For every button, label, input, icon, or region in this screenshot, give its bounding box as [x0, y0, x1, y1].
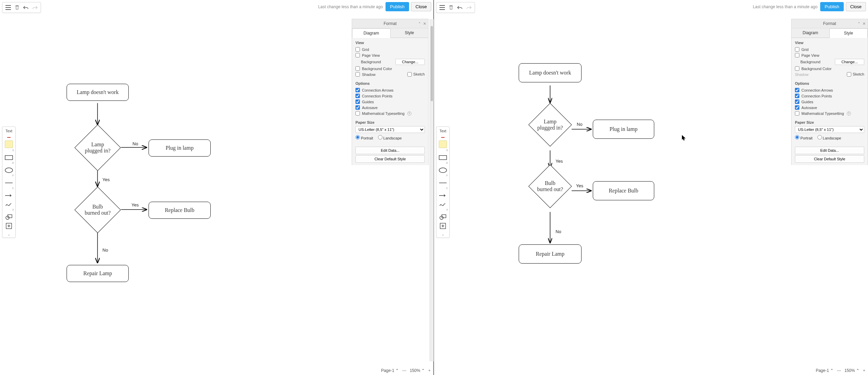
portrait-option[interactable]: Portrait: [355, 135, 373, 140]
shadow-checkbox[interactable]: [355, 72, 360, 77]
change-background-button[interactable]: Change...: [395, 59, 425, 65]
clear-style-button[interactable]: Clear Default Style: [795, 155, 864, 163]
edit-data-button[interactable]: Edit Data...: [355, 147, 425, 154]
page-indicator[interactable]: Page-1 ⌃: [381, 368, 399, 373]
pane-right: Last change less than a minute ago Publi…: [434, 0, 868, 375]
scrollbar-thumb[interactable]: [431, 26, 433, 101]
background-label: Background: [800, 60, 821, 64]
pageview-checkbox[interactable]: [355, 53, 360, 57]
conn-arrows-label: Connection Arrows: [801, 88, 833, 92]
label-yes1: Yes: [102, 177, 110, 182]
sketch-label: Sketch: [853, 72, 864, 77]
tab-style[interactable]: Style: [391, 28, 429, 38]
collapse-icon[interactable]: ⌃: [857, 22, 860, 26]
section-paper: Paper Size US-Letter (8,5" x 11") Portra…: [352, 118, 428, 143]
pageview-label: Page View: [362, 53, 380, 57]
conn-points-checkbox[interactable]: [355, 94, 360, 98]
section-view: View Grid Page View BackgroundChange... …: [792, 38, 868, 79]
vertical-scrollbar[interactable]: [430, 19, 434, 361]
clear-style-button[interactable]: Clear Default Style: [355, 155, 425, 163]
conn-points-checkbox[interactable]: [795, 94, 799, 98]
tab-diagram[interactable]: Diagram: [352, 28, 391, 38]
bgcolor-label: Background Color: [801, 67, 831, 71]
node-plugin[interactable]: Plug in lamp: [593, 120, 654, 139]
math-label: Mathematical Typesetting: [362, 111, 405, 116]
bgcolor-checkbox[interactable]: [795, 66, 799, 71]
node-burned[interactable]: Bulb burned out?: [74, 187, 121, 233]
node-replace[interactable]: Replace Bulb: [149, 202, 211, 219]
sketch-checkbox[interactable]: [407, 72, 412, 77]
zoom-out-icon[interactable]: —: [402, 368, 406, 373]
sketch-checkbox[interactable]: [847, 72, 851, 77]
label-yes1: Yes: [556, 159, 563, 164]
pageview-checkbox[interactable]: [795, 53, 799, 57]
node-burned-text: Bulb burned out?: [85, 204, 111, 216]
tab-diagram[interactable]: Diagram: [792, 28, 829, 38]
collapse-icon[interactable]: ⌃: [418, 22, 421, 26]
close-panel-icon[interactable]: ✕: [863, 22, 866, 26]
section-paper: Paper Size US-Letter (8,5" x 11") Portra…: [792, 118, 868, 143]
autosave-checkbox[interactable]: [355, 105, 360, 110]
shadow-label: Shadow: [795, 72, 809, 77]
zoom-out-icon[interactable]: —: [837, 368, 841, 373]
label-yes2: Yes: [576, 183, 583, 188]
node-replace[interactable]: Replace Bulb: [593, 181, 654, 200]
help-icon[interactable]: ?: [847, 111, 851, 116]
node-repair-text: Repair Lamp: [83, 270, 112, 277]
landscape-option[interactable]: Landscape: [817, 135, 841, 140]
zoom-in-icon[interactable]: +: [863, 368, 865, 373]
node-repair[interactable]: Repair Lamp: [519, 244, 582, 264]
background-label: Background: [361, 60, 381, 64]
node-plugged-text: Lamp plugged in?: [85, 142, 110, 154]
node-start[interactable]: Lamp doesn't work: [519, 63, 582, 82]
node-start-text: Lamp doesn't work: [529, 70, 571, 76]
edit-data-button[interactable]: Edit Data...: [795, 147, 864, 154]
guides-label: Guides: [801, 100, 813, 104]
autosave-checkbox[interactable]: [795, 105, 799, 110]
format-panel: Format ⌃ ✕ Diagram Style View Grid Page …: [352, 19, 429, 165]
format-tabs: Diagram Style: [352, 28, 428, 38]
guides-checkbox[interactable]: [795, 99, 799, 104]
node-burned[interactable]: Bulb burned out?: [528, 164, 572, 208]
label-yes2: Yes: [131, 202, 139, 207]
conn-points-label: Connection Points: [801, 94, 832, 98]
section-actions: Edit Data... Clear Default Style: [352, 143, 428, 165]
node-repair[interactable]: Repair Lamp: [67, 265, 129, 282]
node-plugin-text: Plug in lamp: [610, 126, 638, 132]
change-background-button[interactable]: Change...: [835, 59, 864, 65]
node-plugged[interactable]: Lamp plugged in?: [74, 124, 121, 171]
node-burned-text: Bulb burned out?: [537, 180, 563, 193]
status-bar: Page-1 ⌃ — 150% ⌃ +: [816, 368, 865, 373]
autosave-label: Autosave: [362, 106, 378, 110]
conn-arrows-checkbox[interactable]: [355, 88, 360, 92]
close-panel-icon[interactable]: ✕: [423, 22, 426, 26]
guides-checkbox[interactable]: [355, 99, 360, 104]
root: Last change less than a minute ago Publi…: [0, 0, 868, 375]
conn-arrows-checkbox[interactable]: [795, 88, 799, 92]
landscape-option[interactable]: Landscape: [378, 135, 402, 140]
bgcolor-checkbox[interactable]: [355, 66, 360, 71]
pageview-label: Page View: [801, 53, 819, 57]
section-view: View Grid Page View BackgroundChange... …: [352, 38, 428, 79]
math-checkbox[interactable]: [795, 111, 799, 116]
node-replace-text: Replace Bulb: [165, 207, 195, 213]
paper-select[interactable]: US-Letter (8,5" x 11"): [795, 126, 864, 133]
grid-checkbox[interactable]: [795, 47, 799, 52]
label-no2: No: [556, 229, 561, 234]
tab-style[interactable]: Style: [829, 28, 868, 38]
grid-checkbox[interactable]: [355, 47, 360, 52]
paper-select[interactable]: US-Letter (8,5" x 11"): [355, 126, 425, 133]
node-start[interactable]: Lamp doesn't work: [67, 84, 129, 101]
zoom-level[interactable]: 150% ⌃: [844, 368, 859, 373]
node-plugged[interactable]: Lamp plugged in?: [528, 103, 572, 146]
node-plugin[interactable]: Plug in lamp: [149, 139, 211, 157]
zoom-level[interactable]: 150% ⌃: [410, 368, 425, 373]
help-icon[interactable]: ?: [407, 111, 411, 116]
options-hdr: Options: [355, 81, 425, 85]
portrait-option[interactable]: Portrait: [795, 135, 813, 140]
page-indicator[interactable]: Page-1 ⌃: [816, 368, 834, 373]
math-checkbox[interactable]: [355, 111, 360, 116]
zoom-in-icon[interactable]: +: [428, 368, 431, 373]
pane-left: Last change less than a minute ago Publi…: [0, 0, 434, 375]
label-no1: No: [577, 122, 583, 127]
